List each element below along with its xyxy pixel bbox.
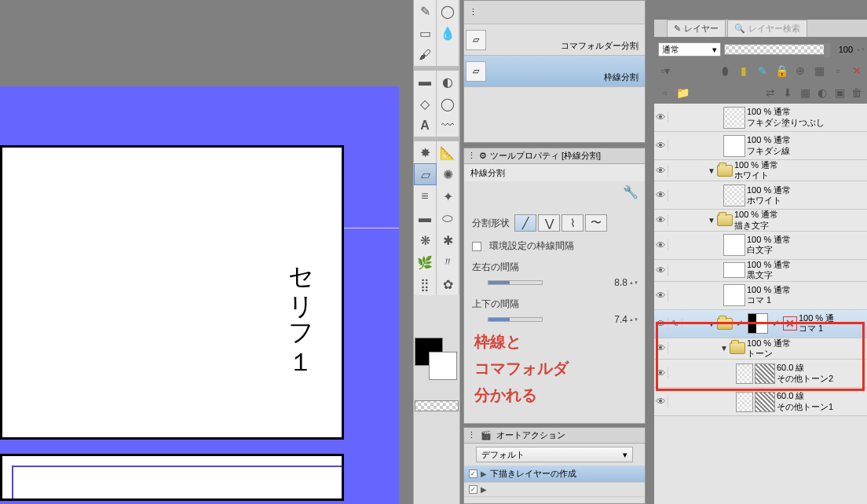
collapse-icon[interactable]: ▼ xyxy=(708,216,715,225)
tool-ruler2-icon[interactable]: 📐 xyxy=(437,141,459,163)
tool-balloon-icon[interactable]: ◯ xyxy=(437,93,459,115)
apply-mask-icon[interactable]: ▣ xyxy=(832,86,847,100)
subtool-border-split[interactable]: ▱ 枠線分割 xyxy=(464,56,645,87)
shape-free-button[interactable]: 〜 xyxy=(585,214,607,232)
layer-item[interactable]: 👁 100 % 通常白文字 xyxy=(654,232,867,260)
tool-gradient-icon[interactable]: ◐ xyxy=(437,71,459,93)
combine-icon[interactable]: ▦ xyxy=(798,86,812,100)
layer-tab[interactable]: ✎ レイヤー xyxy=(667,20,726,37)
lock-icon[interactable]: 🔒 xyxy=(774,64,788,78)
tool-brush-icon[interactable]: 🖌 xyxy=(414,44,437,66)
visibility-icon[interactable]: 👁 xyxy=(654,367,668,379)
layer-folder-tone[interactable]: 👁 ▼ 100 % 通常トーン xyxy=(654,338,867,360)
tool-stream-icon[interactable]: ≡ xyxy=(414,185,437,207)
opacity-spinner[interactable]: ▲▼ xyxy=(856,47,864,52)
opacity-slider[interactable] xyxy=(724,44,828,55)
new-folder-icon[interactable]: 📁 xyxy=(675,86,690,100)
layer-folder-text[interactable]: 👁 ▼ 100 % 通常描き文字 xyxy=(654,210,867,231)
subtool-grip-icon[interactable]: ⋮ xyxy=(469,7,477,17)
koma-mask-thumb[interactable] xyxy=(748,313,768,334)
tool-fill-icon[interactable]: ▬ xyxy=(414,71,437,93)
trash-icon[interactable]: 🗑 xyxy=(850,86,864,100)
env-gap-checkbox[interactable] xyxy=(472,242,481,251)
mask-icon[interactable]: ◐ xyxy=(815,86,829,100)
visibility-icon[interactable]: 👁 xyxy=(654,265,668,276)
blend-mode-select[interactable]: 通常▾ xyxy=(658,42,721,57)
layer-search-tab[interactable]: 🔍 レイヤー検索 xyxy=(727,20,807,37)
visibility-icon[interactable]: 👁 xyxy=(654,318,668,330)
subtool-koma-folder-split[interactable]: ▱ コマフォルダー分割 xyxy=(464,24,645,56)
collapse-icon[interactable]: ▼ xyxy=(708,320,715,328)
layer-folder-koma1-selected[interactable]: 👁✎ ▼ ✓ ✓ ✕ 100 % 通コマ 1 xyxy=(654,310,867,338)
visibility-icon[interactable]: 👁 xyxy=(654,214,668,226)
marker-color-icon[interactable]: ▮ xyxy=(737,64,751,78)
ruler-off-icon[interactable]: ✕ xyxy=(783,316,797,331)
tool-text-icon[interactable]: A xyxy=(414,115,437,137)
tool-marker-icon[interactable]: ✎ xyxy=(414,0,437,22)
action-checkbox[interactable]: ✓ xyxy=(469,485,477,494)
tool-flash-icon[interactable]: ✺ xyxy=(437,163,459,185)
visibility-icon[interactable]: 👁 xyxy=(654,290,668,301)
visibility-icon[interactable]: 👁 xyxy=(654,239,668,251)
auto-action-item-2[interactable]: ✓ ▶ xyxy=(464,483,645,497)
layer-item-tone1[interactable]: 👁 60.0 線その他トーン1 xyxy=(654,388,867,416)
lr-spinner[interactable]: ▲▼ xyxy=(629,280,637,285)
collapse-icon[interactable]: ▼ xyxy=(720,344,728,352)
ruler-toggle-icon[interactable]: ✕ xyxy=(850,64,864,78)
visibility-icon[interactable]: 👁 xyxy=(654,165,668,177)
highlight-icon[interactable]: ✎ xyxy=(755,64,770,78)
tool-deco1-icon[interactable]: ❋ xyxy=(414,229,437,251)
lr-gap-slider[interactable] xyxy=(488,280,543,285)
transfer-icon[interactable]: ⇄ xyxy=(763,86,777,100)
tool-dots-icon[interactable]: ⣿ xyxy=(414,273,437,295)
layer-item-tone2[interactable]: 👁 60.0 線その他トーン2 xyxy=(654,360,867,388)
visibility-icon[interactable]: 👁 xyxy=(654,140,668,152)
layer-folder-white[interactable]: 👁 ▼ 100 % 通常ホワイト xyxy=(654,160,867,181)
tool-eraser-icon[interactable]: ▭ xyxy=(414,22,437,44)
transparent-color[interactable] xyxy=(415,400,459,411)
draft-icon[interactable]: ▦ xyxy=(812,64,826,78)
grip-icon[interactable]: ⋮ xyxy=(467,430,476,440)
mask-toggle-icon[interactable]: ▫ xyxy=(831,64,845,78)
background-color[interactable] xyxy=(429,352,457,380)
visibility-icon[interactable]: 👁 xyxy=(654,111,668,123)
tool-clover-icon[interactable]: ✿ xyxy=(437,273,459,295)
visibility-icon[interactable]: 👁 xyxy=(654,342,668,354)
action-expand-icon[interactable]: ▶ xyxy=(481,469,487,478)
collapse-icon[interactable]: ▼ xyxy=(708,166,715,175)
auto-action-set-select[interactable]: デフォルト▾ xyxy=(476,447,633,462)
layer-item-koma1[interactable]: 👁 100 % 通常コマ 1 xyxy=(654,282,867,310)
tool-ellipse-icon[interactable]: ⬭ xyxy=(437,207,459,229)
layer-item[interactable]: 👁 100 % 通常ホワイト xyxy=(654,181,867,210)
layer-item[interactable]: 👁 100 % 通常フキダシ線 xyxy=(654,132,867,160)
tool-grass-icon[interactable]: 〃 xyxy=(437,251,459,273)
wrench-icon[interactable]: 🔧 xyxy=(623,184,638,199)
auto-action-item-1[interactable]: ✓ ▶ 下描きレイヤーの作成 xyxy=(464,466,645,483)
clip-icon[interactable]: ▫▾ xyxy=(658,64,672,78)
ink-icon[interactable]: ⬮ xyxy=(718,64,732,78)
ref-icon[interactable]: ⊕ xyxy=(793,64,807,78)
tool-sparkle-icon[interactable]: ✦ xyxy=(437,185,459,207)
tool-blend-icon[interactable]: 💧 xyxy=(437,22,459,44)
tb-gap-slider[interactable] xyxy=(488,317,543,322)
merge-icon[interactable]: ⬇ xyxy=(781,86,795,100)
visibility-icon[interactable]: 👁 xyxy=(654,396,668,407)
action-checkbox[interactable]: ✓ xyxy=(469,469,477,478)
shape-poly-button[interactable]: ⋁ xyxy=(538,214,560,232)
tool-leaf-icon[interactable]: 🌿 xyxy=(414,251,437,273)
new-layer-icon[interactable]: ▫ xyxy=(658,86,672,100)
layer-item[interactable]: 👁 100 % 通常黒文字 xyxy=(654,260,867,282)
color-swatch[interactable] xyxy=(415,338,459,382)
tool-shape-icon[interactable]: ◇ xyxy=(414,93,437,115)
comic-panel-1[interactable]: セリフ１ xyxy=(0,145,344,440)
shape-straight-button[interactable]: ╱ xyxy=(514,214,536,232)
tool-deco2-icon[interactable]: ✱ xyxy=(437,229,459,251)
tb-spinner[interactable]: ▲▼ xyxy=(629,317,637,322)
tool-frame-icon[interactable]: ▱ xyxy=(414,163,437,185)
tool-ruler-icon[interactable]: 〰 xyxy=(437,115,459,137)
shape-curve-button[interactable]: ⌇ xyxy=(562,214,583,232)
comic-panel-2[interactable] xyxy=(0,454,344,501)
tool-saturated-icon[interactable]: ✸ xyxy=(414,141,437,163)
visibility-icon[interactable]: 👁 xyxy=(654,189,668,201)
grip-icon[interactable]: ⋮ xyxy=(467,151,476,161)
